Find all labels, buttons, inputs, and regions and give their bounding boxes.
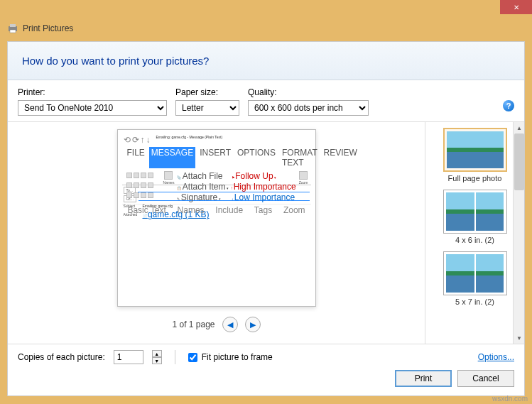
next-page-button[interactable]: ▶ <box>245 317 261 332</box>
help-icon[interactable]: ? <box>503 100 514 111</box>
scroll-thumb[interactable] <box>514 133 524 190</box>
print-preview-page: ⟲⟳↑↓ Emailing: game.cfg - Message (Plain… <box>117 129 316 307</box>
cmd-follow-up: ⚑ Follow Up ▾ <box>232 171 296 181</box>
quality-label: Quality: <box>248 87 369 97</box>
tab-message: MESSAGE <box>149 147 195 168</box>
cmd-attach-item: 📋 Attach Item ▾ <box>177 182 228 192</box>
question-heading: How do you want to print your pictures? <box>8 42 524 80</box>
page-indicator: 1 of 1 page <box>172 320 215 329</box>
fit-picture-checkbox[interactable]: Fit picture to frame <box>188 352 273 362</box>
watermark: wsxdn.com <box>492 395 528 403</box>
layout-5x7[interactable]: 5 x 7 in. (2) <box>436 250 514 307</box>
outlook-ribbon: FILE MESSAGE INSERT OPTIONS FORMAT TEXT … <box>122 146 311 185</box>
dialog-button-row: Print Cancel <box>8 370 524 395</box>
layout-4x6[interactable]: 4 x 6 in. (2) <box>436 188 514 246</box>
title-row: Print Pictures <box>0 20 532 41</box>
tab-format-text: FORMAT TEXT <box>280 147 320 168</box>
printer-select[interactable]: Send To OneNote 2010 <box>18 100 167 116</box>
paper-size-label: Paper size: <box>175 87 239 97</box>
quality-select[interactable]: 600 x 600 dots per inch <box>248 100 369 116</box>
print-pictures-window: ✕ Print Pictures How do you want to prin… <box>0 0 532 404</box>
cmd-zoom: Zoom <box>299 180 308 185</box>
copies-input[interactable] <box>114 350 143 364</box>
layout-label-5x7: 5 x 7 in. (2) <box>455 297 494 306</box>
copies-up-button[interactable]: ▲ <box>152 350 162 357</box>
layout-label-full: Full page photo <box>448 174 502 182</box>
email-window-title: Emailing: game.cfg - Message (Plain Text… <box>156 135 223 145</box>
printer-label: Printer: <box>18 87 167 97</box>
layout-full-page[interactable]: Full page photo <box>436 126 514 184</box>
cmd-names: Names <box>163 180 175 185</box>
fit-picture-label: Fit picture to frame <box>202 352 273 362</box>
paper-size-select[interactable]: Letter <box>175 100 239 116</box>
cancel-button[interactable]: Cancel <box>457 370 514 387</box>
copies-down-button[interactable]: ▼ <box>152 357 162 364</box>
svg-rect-2 <box>10 30 16 33</box>
copies-spinner: ▲ ▼ <box>152 350 162 364</box>
tab-options: OPTIONS <box>235 147 278 168</box>
scroll-up-icon[interactable]: ▲ <box>514 123 524 133</box>
main-area: ⟲⟳↑↓ Emailing: game.cfg - Message (Plain… <box>8 121 524 344</box>
group-zoom: Zoom <box>283 205 305 215</box>
layout-label-4x6: 4 x 6 in. (2) <box>455 236 494 244</box>
fit-picture-input[interactable] <box>188 353 197 362</box>
tab-review: REVIEW <box>322 147 359 168</box>
cmd-attach-file: 📎 Attach File <box>177 171 228 181</box>
page-navigation: 1 of 1 page ◀ ▶ <box>172 317 260 332</box>
title-bar: ✕ <box>0 0 532 20</box>
print-button[interactable]: Print <box>395 370 452 387</box>
footer-controls: Copies of each picture: ▲ ▼ Fit picture … <box>8 344 524 370</box>
outlook-qat: ⟲⟳↑↓ Emailing: game.cfg - Message (Plain… <box>122 134 311 146</box>
group-basic-text: Basic Text <box>127 205 165 215</box>
print-options-row: Printer: Send To OneNote 2010 Paper size… <box>8 80 524 121</box>
separator <box>175 350 175 364</box>
layout-scrollbar[interactable]: ▲ ▼ <box>513 122 524 344</box>
group-tags: Tags <box>254 205 272 215</box>
prev-page-button[interactable]: ◀ <box>222 317 238 332</box>
print-pictures-icon <box>7 23 18 34</box>
cmd-signature: ✎ Signature ▾ <box>177 192 228 202</box>
preview-pane: ⟲⟳↑↓ Emailing: game.cfg - Message (Plain… <box>8 122 425 344</box>
layout-pane: Full page photo 4 x 6 in. (2) 5 x 7 in. … <box>425 122 524 344</box>
group-include: Include <box>215 205 243 215</box>
window-title: Print Pictures <box>23 23 73 33</box>
close-button[interactable]: ✕ <box>500 0 532 14</box>
svg-rect-1 <box>10 24 16 27</box>
copies-label: Copies of each picture: <box>18 352 105 362</box>
tab-insert: INSERT <box>197 147 233 168</box>
tab-file: FILE <box>125 147 147 168</box>
options-link[interactable]: Options... <box>478 352 514 362</box>
scroll-down-icon[interactable]: ▼ <box>514 333 524 343</box>
dialog-body: How do you want to print your pictures? … <box>7 41 525 396</box>
group-names: Names <box>178 205 205 215</box>
cmd-low-importance: ↓ Low Importance <box>232 192 296 202</box>
cmd-high-importance: ! High Importance <box>232 182 296 192</box>
